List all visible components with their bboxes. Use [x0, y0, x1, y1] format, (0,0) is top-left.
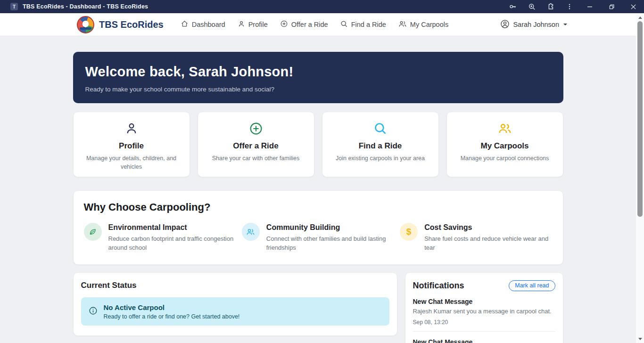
welcome-banner: Welcome back, Sarah Johnson! Ready to ma…: [73, 52, 563, 103]
window-titlebar: T TBS EcoRides - Dashboard - TBS EcoRide…: [0, 0, 644, 13]
tab-favicon: T: [10, 3, 18, 10]
card-title: Find a Ride: [322, 141, 438, 151]
search-icon: [322, 121, 438, 137]
leaf-icon: [84, 223, 102, 241]
card-title: Profile: [74, 141, 190, 151]
user-name: Sarah Johnson: [513, 21, 559, 28]
minimize-icon: [587, 4, 593, 9]
notifications-title: Notifications: [413, 281, 464, 291]
password-manager-button[interactable]: [504, 0, 522, 13]
kebab-menu-icon: [566, 3, 573, 10]
minimize-button[interactable]: [579, 0, 601, 13]
people-icon: [398, 20, 407, 30]
card-description: Manage your details, children, and vehic…: [84, 154, 179, 171]
app-navbar: TBS EcoRides Dashboard Profile: [0, 13, 636, 36]
triangle-up-icon: [638, 16, 642, 19]
close-icon: [630, 4, 636, 10]
benefits-section: Why Choose Carpooling? Environmental Imp…: [73, 190, 563, 265]
alert-text: Ready to offer a ride or find one? Get s…: [104, 313, 240, 320]
divider: [413, 331, 555, 332]
benefit-environmental-impact: Environmental Impact Reduce carbon footp…: [84, 223, 236, 253]
card-profile[interactable]: Profile Manage your details, children, a…: [73, 112, 190, 177]
alert-title: No Active Carpool: [104, 303, 240, 311]
notification-title: New Chat Message: [413, 338, 555, 343]
restore-button[interactable]: [601, 0, 622, 13]
card-my-carpools[interactable]: My Carpools Manage your carpool connecti…: [446, 112, 563, 177]
notification-time: Sep 08, 13:20: [413, 319, 555, 326]
puzzle-icon: [546, 2, 555, 11]
triangle-down-icon: [638, 338, 642, 340]
notifications-panel: Notifications Mark all read New Chat Mes…: [405, 272, 563, 343]
nav-item-label: Dashboard: [192, 21, 225, 28]
nav-item-find-a-ride[interactable]: Find a Ride: [336, 16, 391, 33]
nav-item-label: Offer a Ride: [291, 21, 328, 28]
brand[interactable]: TBS EcoRides: [77, 16, 164, 33]
brand-name: TBS EcoRides: [99, 19, 164, 30]
magnifier-icon: [528, 3, 536, 11]
card-title: My Carpools: [447, 141, 563, 151]
search-icon: [340, 20, 348, 29]
notification-item: New Chat Message Rajesh Kumar sent you a…: [413, 298, 555, 326]
card-description: Share your car with other families: [208, 154, 304, 163]
nav-item-label: Find a Ride: [351, 21, 386, 28]
extensions-button[interactable]: [541, 0, 560, 13]
welcome-title: Welcome back, Sarah Johnson!: [85, 64, 551, 80]
benefits-title: Why Choose Carpooling?: [84, 201, 553, 213]
people-icon: [447, 121, 563, 137]
benefit-community-building: Community Building Connect with other fa…: [242, 223, 394, 253]
benefit-description: Share fuel costs and reduce vehicle wear…: [424, 235, 552, 253]
home-icon: [181, 20, 189, 29]
card-offer-a-ride[interactable]: Offer a Ride Share your car with other f…: [198, 112, 314, 177]
browser-menu-button[interactable]: [560, 0, 579, 13]
welcome-subtitle: Ready to make your school commute more s…: [85, 86, 551, 93]
person-icon: [74, 121, 190, 137]
benefit-cost-savings: $ Cost Savings Share fuel costs and redu…: [400, 223, 552, 253]
benefit-title: Environmental Impact: [108, 223, 236, 232]
person-icon: [238, 20, 245, 29]
card-title: Offer a Ride: [198, 141, 314, 151]
zoom-button[interactable]: [522, 0, 541, 13]
people-icon: [242, 223, 260, 241]
close-button[interactable]: [622, 0, 644, 13]
key-icon: [509, 2, 517, 11]
nav-item-label: My Carpools: [410, 21, 448, 28]
card-description: Join existing carpools in your area: [333, 154, 428, 163]
card-find-a-ride[interactable]: Find a Ride Join existing carpools in yo…: [322, 112, 439, 177]
notification-item: New Chat Message: [413, 338, 555, 343]
no-active-carpool-alert: No Active Carpool Ready to offer a ride …: [81, 297, 389, 326]
scroll-up-arrow[interactable]: [636, 14, 644, 21]
scroll-down-arrow[interactable]: [636, 335, 644, 342]
nav-item-profile[interactable]: Profile: [233, 16, 272, 33]
scrollbar-thumb[interactable]: [637, 21, 643, 217]
benefit-title: Community Building: [266, 223, 394, 232]
benefit-description: Connect with other families and build la…: [266, 235, 394, 253]
person-circle-icon: [500, 19, 510, 30]
nav-item-my-carpools[interactable]: My Carpools: [394, 16, 453, 33]
restore-icon: [609, 4, 615, 10]
plus-circle-icon: [198, 121, 314, 137]
current-status-title: Current Status: [81, 281, 389, 290]
notification-title: New Chat Message: [413, 298, 555, 305]
info-circle-icon: [89, 306, 98, 317]
window-title: TBS EcoRides - Dashboard - TBS EcoRides: [23, 3, 148, 10]
plus-circle-icon: [280, 20, 288, 29]
benefit-description: Reduce carbon footprint and traffic cong…: [108, 235, 236, 253]
benefit-title: Cost Savings: [424, 223, 552, 232]
nav-item-offer-a-ride[interactable]: Offer a Ride: [275, 16, 333, 33]
notification-body: Rajesh Kumar sent you a message in carpo…: [413, 308, 555, 315]
chevron-down-icon: [563, 24, 567, 25]
scrollbar[interactable]: [636, 13, 644, 343]
user-menu[interactable]: Sarah Johnson: [500, 19, 567, 30]
nav-item-dashboard[interactable]: Dashboard: [176, 16, 230, 33]
current-status-card: Current Status No Active Carpool Ready t…: [73, 272, 397, 336]
nav-links: Dashboard Profile Offer a Ride: [176, 16, 454, 33]
dollar-icon: $: [400, 223, 418, 241]
page-body: TBS EcoRides Dashboard Profile: [0, 13, 636, 343]
nav-item-label: Profile: [248, 21, 268, 28]
school-logo: [77, 16, 94, 33]
mark-all-read-button[interactable]: Mark all read: [509, 280, 555, 291]
card-description: Manage your carpool connections: [457, 154, 553, 163]
action-cards-row: Profile Manage your details, children, a…: [73, 112, 563, 177]
